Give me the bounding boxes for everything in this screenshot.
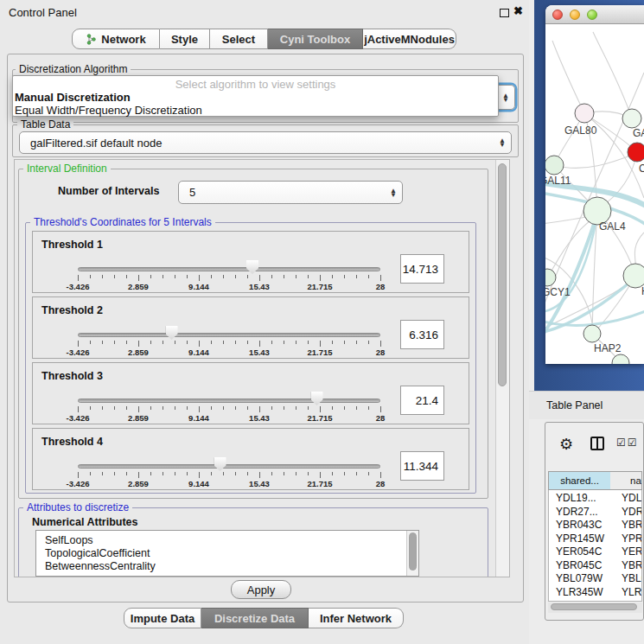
attributes-group-title: Attributes to discretize: [23, 501, 132, 513]
cell-name: YLR3: [622, 586, 642, 598]
threshold-value-field[interactable]: 14.713: [400, 254, 444, 284]
tick-mark: [126, 275, 127, 278]
network-graph[interactable]: GAL80GACGAL11GAL4GCY1HHAP2: [545, 25, 644, 364]
algorithm-dropdown-popup: Select algorithm to view settings Manual…: [12, 75, 499, 117]
combo-stepper-icon: ▲▼: [494, 138, 511, 147]
tick-mark: [344, 275, 345, 278]
tab-jactivemnodules[interactable]: jActiveMNodules: [363, 29, 456, 49]
tick-mark: [126, 341, 127, 344]
column-header-shared[interactable]: shared...: [548, 471, 611, 490]
network-node-gal80[interactable]: [575, 104, 594, 123]
tick-label: 21.715: [307, 282, 332, 291]
threshold-value-field[interactable]: 6.316: [400, 320, 444, 349]
list-item[interactable]: TopologicalCoefficient: [36, 546, 418, 559]
tab-impute-data[interactable]: Impute Data: [124, 608, 201, 628]
threshold-slider-handle[interactable]: [246, 260, 258, 274]
list-item[interactable]: SelfLoops: [36, 533, 418, 546]
table-panel: ⚙ ☑☑ shared... name YDL19...YDL1YDR27...…: [545, 422, 644, 621]
threshold-slider-track[interactable]: [78, 333, 380, 337]
tab-select[interactable]: Select: [210, 29, 268, 49]
tab-cyni-toolbox[interactable]: Cyni Toolbox: [268, 29, 363, 49]
node-label: C: [639, 163, 644, 175]
float-window-icon[interactable]: [500, 9, 509, 17]
table-horizontal-scrollbar[interactable]: [548, 603, 642, 613]
network-node-gcy1[interactable]: [545, 269, 556, 286]
tab-infer-network[interactable]: Infer Network: [309, 608, 404, 628]
table-row[interactable]: YPR145WYPR1: [549, 532, 642, 546]
tick-label: 15.43: [249, 282, 270, 291]
threshold-panel-4: Threshold 4-3.4262.8599.14415.4321.71528…: [32, 428, 469, 490]
num-intervals-combobox[interactable]: 5 ▲▼: [178, 181, 403, 204]
settings-vertical-scrollbar[interactable]: [495, 160, 509, 577]
tick-mark: [344, 341, 345, 344]
network-edge-thick: [545, 310, 644, 325]
threshold-value-field[interactable]: 11.344: [400, 451, 444, 481]
tick-label: 21.715: [307, 348, 332, 357]
threshold-slider-handle[interactable]: [166, 326, 178, 340]
tick-mark: [114, 406, 115, 410]
popup-item-equal-width[interactable]: Equal Width/Frequency Discretization: [15, 104, 202, 117]
tab-network[interactable]: Network: [72, 29, 160, 49]
tick-label: 15.43: [249, 413, 270, 423]
network-canvas[interactable]: GAL80GACGAL11GAL4GCY1HHAP2: [545, 25, 644, 364]
threshold-slider-handle[interactable]: [311, 392, 323, 405]
tick-mark: [150, 472, 151, 475]
table-row[interactable]: YDL19...YDL1: [549, 492, 642, 506]
table-columns-icon[interactable]: [590, 437, 604, 450]
threshold-value-field[interactable]: 21.4: [400, 386, 444, 415]
node-label: GAL4: [599, 220, 626, 233]
threshold-slider-handle[interactable]: [214, 457, 226, 471]
tab-style[interactable]: Style: [160, 29, 210, 49]
tick-label: -3.426: [67, 479, 90, 488]
apply-button[interactable]: Apply: [231, 580, 291, 599]
close-icon[interactable]: ✖: [513, 4, 523, 17]
table-row[interactable]: YLR345WYLR3: [549, 586, 642, 600]
network-node-c[interactable]: [628, 143, 644, 162]
table-row[interactable]: YBR045CYBR0: [549, 559, 642, 573]
threshold-label: Threshold 3: [41, 370, 103, 382]
threshold-slider-track[interactable]: [78, 267, 380, 271]
table-settings-gear-icon[interactable]: ⚙: [559, 435, 573, 454]
network-node-gal11[interactable]: [545, 156, 564, 175]
tick-mark: [259, 406, 260, 412]
tick-label: 9.144: [188, 479, 209, 488]
cell-name: YDR2: [622, 506, 642, 518]
zoom-traffic-light-icon[interactable]: [587, 10, 597, 20]
network-node-ga[interactable]: [622, 109, 641, 128]
minimize-traffic-light-icon[interactable]: [570, 10, 580, 20]
node-label: HAP2: [594, 342, 622, 354]
threshold-slider-track[interactable]: [78, 464, 380, 469]
table-body[interactable]: YDL19...YDL1YDR27...YDR2YBR043CYBR0YPR14…: [548, 490, 642, 602]
popup-item-manual-discretization[interactable]: Manual Discretization: [15, 91, 131, 104]
numerical-attributes-list[interactable]: SelfLoopsTopologicalCoefficientBetweenne…: [35, 530, 419, 577]
tab-discretize-data[interactable]: Discretize Data: [201, 608, 309, 628]
table-row[interactable]: YDR27...YDR2: [549, 506, 642, 520]
table-row[interactable]: YER054CYER0: [549, 545, 642, 559]
threshold-slider-track[interactable]: [78, 399, 380, 403]
tick-mark: [114, 275, 115, 278]
tab-label: Infer Network: [320, 612, 392, 625]
table-row[interactable]: YIL052CYIL0: [549, 599, 642, 602]
network-window-titlebar[interactable]: [545, 5, 644, 24]
tick-mark: [247, 341, 248, 344]
tick-mark: [114, 341, 115, 344]
attributes-scrollbar[interactable]: [406, 531, 418, 576]
table-row[interactable]: YBL079WYBL0: [549, 572, 642, 586]
table-data-combobox[interactable]: galFiltered.sif default node ▲▼: [19, 131, 512, 154]
cell-shared-name: YDL19...: [556, 492, 596, 504]
tab-label: Impute Data: [131, 612, 194, 625]
network-window: GAL80GACGAL11GAL4GCY1HHAP2: [545, 5, 644, 364]
list-item[interactable]: BetweennessCentrality: [36, 559, 418, 572]
tab-label: Cyni Toolbox: [280, 33, 350, 46]
close-traffic-light-icon[interactable]: [552, 10, 563, 20]
tick-mark: [126, 406, 127, 410]
table-select-checkbox-icons[interactable]: ☑☑: [616, 437, 639, 449]
network-node-h[interactable]: [623, 264, 644, 288]
table-row[interactable]: YBR043CYBR0: [549, 519, 642, 532]
tick-mark: [271, 406, 272, 410]
tick-mark: [175, 406, 175, 410]
network-node-hap2[interactable]: [583, 325, 601, 342]
column-header-name[interactable]: name: [610, 471, 642, 490]
tick-mark: [126, 472, 127, 475]
cell-name: YDL1: [622, 492, 642, 504]
